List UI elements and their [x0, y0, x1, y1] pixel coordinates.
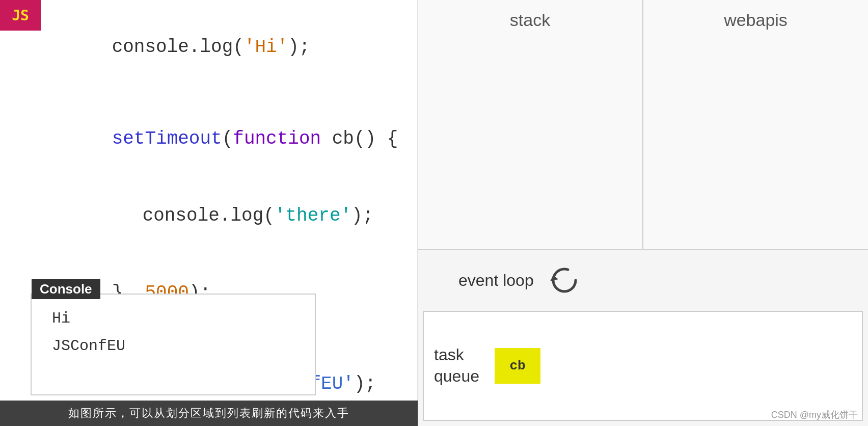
stack-label: stack	[510, 0, 550, 40]
webapis-box: webapis	[643, 0, 868, 249]
webapis-label: webapis	[724, 0, 788, 40]
code-line-settimeout: setTimeout(function cb() {	[46, 100, 407, 177]
task-queue-section: taskqueue cb	[423, 311, 863, 421]
caption-text: 如图所示，可以从划分区域到列表刷新的代码来入手	[68, 406, 349, 421]
event-loop-label: event loop	[458, 271, 534, 290]
console-content: Hi JSConfEU	[32, 295, 315, 370]
console-line-2: JSConfEU	[52, 332, 294, 360]
code-line-1: console.log('Hi');	[46, 5, 407, 86]
js-logo: JS	[0, 0, 41, 31]
js-logo-text: JS	[12, 7, 29, 24]
code-panel: JS console.log('Hi'); setTimeout(functio…	[0, 0, 418, 426]
task-queue-label: taskqueue	[434, 344, 479, 387]
top-section: stack webapis	[418, 0, 868, 250]
csdn-watermark: CSDN @my威化饼干	[771, 409, 858, 421]
console-line-1: Hi	[52, 305, 294, 332]
code-console2: console.log(	[143, 205, 275, 226]
svg-point-0	[553, 269, 576, 291]
code-paren1: (	[222, 128, 233, 149]
event-loop-icon	[549, 265, 580, 296]
code-cb-name: cb() {	[321, 128, 398, 149]
middle-section: event loop	[418, 250, 868, 311]
code-settimeout-kw: setTimeout	[112, 128, 222, 149]
caption-bar: 如图所示，可以从划分区域到列表刷新的代码来入手	[0, 401, 418, 426]
code-semi3: );	[354, 374, 376, 394]
console-label: Console	[32, 279, 100, 299]
code-function-kw: function	[233, 128, 321, 149]
code-semi2: );	[351, 205, 373, 226]
code-str-hi: 'Hi'	[244, 37, 288, 58]
cb-box: cb	[495, 348, 540, 384]
stack-box: stack	[418, 0, 643, 249]
blank-1	[46, 86, 407, 100]
code-console1: console.log(	[112, 37, 244, 58]
code-line-there: console.log('there');	[46, 177, 407, 254]
code-semi1: );	[288, 37, 310, 58]
console-box: Console Hi JSConfEU	[31, 294, 316, 395]
code-str-there: 'there'	[275, 205, 351, 226]
viz-panel: stack webapis event loop taskqueue cb CS…	[418, 0, 868, 426]
